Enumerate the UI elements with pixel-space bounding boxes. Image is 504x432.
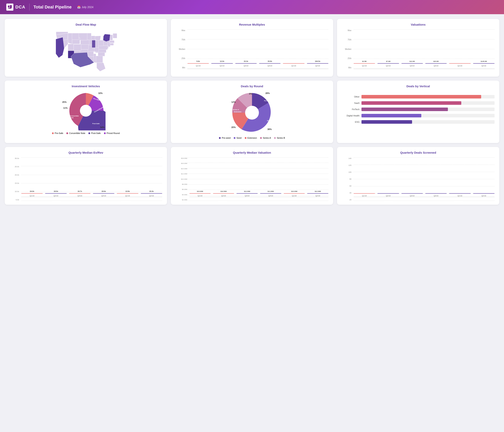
svg-rect-11 [98, 46, 108, 50]
quarterly-ev-rev-title: Quarterly Median Ev/Rev [9, 151, 162, 154]
label-convertible-note: ConvertibleNote [70, 115, 79, 119]
legend-series-a: Series A [260, 137, 271, 139]
label-extension: Extension [234, 111, 241, 113]
svg-marker-43 [103, 34, 110, 42]
pct-priced-round: 25% [62, 101, 67, 103]
deals-by-round-card: Deals by Round [171, 81, 333, 143]
us-map-svg [9, 29, 162, 73]
svg-rect-30 [81, 40, 89, 45]
svg-rect-3 [113, 34, 117, 38]
us-map-container [9, 29, 162, 73]
svg-rect-0 [8, 6, 9, 8]
qval-q123: $10.00M Q1'23 [189, 191, 211, 197]
svg-rect-1 [10, 5, 12, 8]
qds-bars: Q1'23 Q2'23 Q3'23 Q4 [342, 157, 495, 197]
horiz-row-saas: SaaS [342, 101, 495, 105]
svg-rect-25 [87, 51, 93, 57]
revenue-multiples-card: Revenue Multiples Max 75th Median 25th M… [171, 19, 333, 77]
legend-post-safe: Post-Safe [88, 132, 101, 134]
svg-marker-15 [97, 63, 106, 71]
legend-convertible: Convertible Note [66, 132, 85, 134]
pie-svg-vehicles [66, 91, 106, 130]
bar-q423-val: $20.0M Q4'23 [425, 60, 447, 67]
pct-series-b: 0% [249, 92, 252, 95]
legend-preseed: Pre-seed [219, 137, 231, 139]
bar-q223-rev: 12.0x Q2'23 [211, 60, 233, 67]
investment-vehicles-card: Investment Vehicles [5, 81, 167, 143]
evrev-q423: 18.6x Q4'23 [93, 190, 114, 197]
pct-extension: 20% [231, 126, 236, 129]
deals-by-vertical-card: Deals by Vertical Other SaaS FinTech [337, 81, 499, 143]
qval-q124: $10.00M Q1'24 [284, 191, 305, 197]
val-bars: $2.5M Q1'23 $7.6M Q2'23 $12.0M Q3 [342, 29, 495, 67]
bar-q224-val: $145.0M Q2'24 [473, 60, 495, 67]
val-xaxis [354, 69, 495, 69]
ev-rev-chart: 30.0x 25.0x 20.0x 15.0x 10.0x 5.0x [9, 157, 162, 201]
qval-q223: $16.50M Q2'23 [213, 191, 234, 197]
bar-q123-rev: 5.6x Q1'23 [188, 60, 209, 67]
quarterly-valuation-card: Quarterly Median Valuation $18.00M $16.0… [171, 147, 333, 205]
bar-q423-rev: 33.8x Q4'23 [259, 60, 280, 67]
qval-bars: $10.00M Q1'23 $16.50M Q2'23 $12.00M Q3'2… [176, 157, 328, 197]
deal-flow-map-card: Deal Flow Map [5, 19, 167, 77]
revenue-multiples-chart: Max 75th Median 25th Min [176, 29, 328, 73]
svg-marker-41 [56, 37, 64, 58]
row-2: Investment Vehicles [5, 81, 499, 143]
quarterly-deals-screened-card: Quarterly Deals Screened 140 120 100 80 … [337, 147, 499, 205]
header: DCA Total Deal Pipeline 📅 July 2024 [0, 0, 504, 14]
svg-rect-14 [95, 56, 103, 63]
qds-q123: Q1'23 [354, 192, 375, 197]
row-1: Deal Flow Map [5, 19, 499, 77]
qds-q423: Q4'23 [425, 192, 447, 197]
svg-rect-36 [74, 44, 81, 51]
svg-rect-29 [81, 44, 89, 49]
main-content: Deal Flow Map [0, 14, 504, 209]
logo-text: DCA [15, 5, 25, 10]
svg-point-46 [80, 105, 92, 117]
horiz-row-other: Other [342, 95, 495, 99]
bar-q123-val: $2.5M Q1'23 [354, 60, 375, 67]
deals-by-round-content: 28% 38% 20% 12% 0% Pre-seed Seed Extensi… [176, 91, 328, 139]
pct-pre-safe: 10% [98, 92, 103, 94]
svg-point-47 [245, 106, 259, 119]
svg-rect-2 [8, 8, 11, 9]
investment-vehicles-title: Investment Vehicles [9, 84, 162, 88]
revenue-multiples-title: Revenue Multiples [176, 23, 328, 26]
pct-post-safe: 54% [100, 126, 105, 129]
row-3: Quarterly Median Ev/Rev 30.0x 25.0x 20.0… [5, 147, 499, 205]
page-title: Total Deal Pipeline [34, 5, 72, 10]
bar-q224-rev: 164.5x Q2'24 [307, 60, 328, 67]
qds-q224: Q2'24 [473, 192, 495, 197]
label-post-safe: Post-Safe [92, 123, 100, 125]
deals-by-round-title: Deals by Round [176, 84, 328, 88]
qval-chart: $18.00M $16.00M $14.00M $12.00M $10.00M … [176, 157, 328, 201]
valuations-title: Valuations [342, 23, 495, 26]
valuations-chart: Max 75th Median 25th Min [342, 29, 495, 73]
horiz-row-fintech: FinTech [342, 108, 495, 111]
bar-q323-rev: 15.3x Q3'23 [235, 60, 257, 67]
label-series-a: Series A [233, 109, 239, 110]
date-label: July 2024 [82, 6, 93, 9]
legend-priced-round: Priced Round [104, 132, 120, 134]
svg-rect-35 [68, 44, 74, 51]
rev-xaxis [188, 69, 328, 69]
investment-vehicles-pie: 10% 11% 54% 25% Pre-Safe Priced Round Co… [66, 91, 106, 130]
deals-by-round-legend: Pre-seed Seed Extension Series A [219, 137, 285, 139]
calendar-icon: 📅 [77, 6, 81, 9]
ev-rev-bars: 24.0x Q1'23 18.5x Q2'23 16.7x Q3'23 [9, 157, 162, 197]
evrev-q323: 16.7x Q3'23 [69, 190, 90, 197]
pie-svg-rounds [230, 91, 274, 134]
label-seed: Seed [267, 120, 271, 121]
pct-convertible: 11% [63, 107, 68, 109]
svg-rect-45 [92, 40, 95, 48]
evrev-q123: 24.0x Q1'23 [21, 190, 43, 197]
deal-flow-map-title: Deal Flow Map [9, 23, 162, 26]
bar-q223-val: $7.6M Q2'23 [378, 60, 399, 67]
svg-rect-18 [98, 40, 104, 46]
horiz-row-digital-health: Digital Health [342, 114, 495, 117]
qval-q423: $11.00M Q4'23 [260, 191, 281, 197]
logo-area: DCA [6, 4, 29, 11]
rev-bars: 5.6x Q1'23 12.0x Q2'23 15.3x [176, 29, 328, 67]
qds-q124: Q1'24 [449, 192, 470, 197]
bar-q124-val: Q1'24 [449, 62, 470, 67]
